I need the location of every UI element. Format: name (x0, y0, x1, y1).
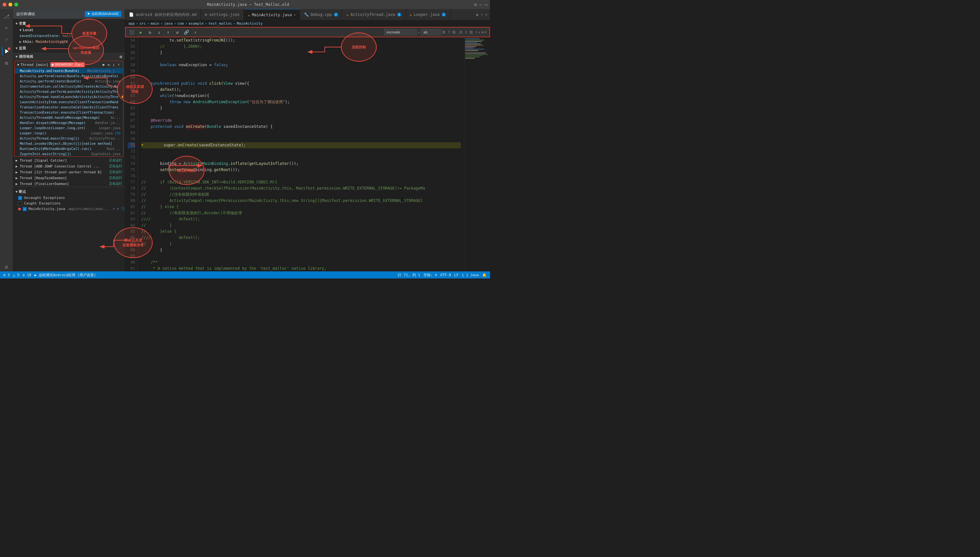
code-line-90: * A native method that is implemented by… (141, 265, 461, 271)
tab-looper[interactable]: ☕ Looper.java 1 (406, 9, 450, 20)
stack-frame-11[interactable]: Looper.loopOnce(Looper,long,int) Looper.… (15, 125, 123, 130)
maximize-button[interactable] (14, 3, 18, 7)
bp-mainactivity-checkbox[interactable] (23, 207, 27, 211)
debug-lightning-btn[interactable]: ⚡ (192, 29, 199, 36)
debug-launch-button[interactable]: ▶ 远程调试Android应 (85, 11, 121, 17)
code-content[interactable]: tv.setText(stringFromJNI()); // },2000);… (138, 37, 464, 271)
activity-extensions[interactable]: ⊞ (2, 59, 11, 67)
stack-frame-2[interactable]: Activity.performCreate(Bundle) Activity.… (15, 78, 123, 84)
breadcrumb-example[interactable]: example (189, 21, 204, 26)
debug-step-out-btn[interactable]: ↑ (165, 29, 172, 36)
tab-close-icon[interactable]: ✕ (294, 13, 296, 16)
delete-bp-icon[interactable]: ✕ (117, 207, 119, 211)
status-notifications[interactable]: 🔔 (482, 273, 487, 277)
bp-uncaught-checkbox[interactable] (18, 196, 22, 200)
breadcrumb-app[interactable]: app (128, 21, 135, 26)
tab-mainactivity[interactable]: ☕ MainActivity.java ✕ (244, 9, 300, 20)
close-panel-icon[interactable]: ✕ (485, 12, 488, 17)
stack-frame-12[interactable]: Looper.loop() Looper.java 288 (15, 130, 123, 136)
stack-frame-7[interactable]: TransactionExecutor.executeCallbacks(Cli… (15, 104, 123, 110)
stack-frame-13[interactable]: ActivityThread.main(String[]) ActivityTh… (15, 136, 123, 141)
stack-frame-14[interactable]: Method.invoke(Object,Object[])[native me… (15, 141, 123, 146)
stack-frame-4[interactable]: ActivityThread.performLaunchActivity(Act… (15, 89, 123, 94)
breadcrumb-com[interactable]: com (177, 21, 184, 26)
stack-frame-6[interactable]: LaunchActivityItem.execute(ClientTransac… (15, 99, 123, 104)
thread-signal-catcher[interactable]: ▶ Thread [Signal Catcher] 正在运行 (13, 158, 125, 163)
bp-caught-exceptions[interactable]: Caught Exceptions (13, 200, 125, 206)
watch-section-header[interactable]: ▼ 监视 (13, 45, 125, 52)
tab-activitythread[interactable]: ☕ ActivityThread.java 1 (342, 9, 406, 20)
thread-heap-task[interactable]: ▶ Thread [HeapTaskDaemon] 正在运行 (13, 175, 125, 181)
status-debug-session[interactable]: ▶ 远程调试Android应用 (用户设置) (34, 273, 96, 277)
status-language[interactable]: { } Java (462, 273, 479, 277)
breadcrumb-main[interactable]: main (151, 21, 160, 26)
status-encoding[interactable]: UTF-8 (440, 273, 451, 277)
close-button[interactable] (3, 3, 7, 7)
split-icon[interactable]: ⋯ (481, 12, 483, 17)
stack-frame-5[interactable]: ActivityThread.handleLaunchActivity(Acti… (15, 94, 123, 99)
status-indent[interactable]: 空格: 4 (424, 273, 437, 277)
bp-uncaught-exceptions[interactable]: Uncaught Exceptions (13, 195, 125, 200)
breadcrumb-mainactivity[interactable]: MainActivity (237, 21, 263, 26)
tab-debug-cpp[interactable]: 🔧 Debug.cpp 2 (300, 9, 342, 20)
thread-finalizer[interactable]: ▶ Thread [FinalizerDaemon] 正在运行 (13, 181, 125, 187)
stack-frame-0[interactable]: MainActivity.onCreate(Bundle) MainActivi… (15, 68, 123, 73)
stack-frame-3[interactable]: Instrumentation.callActivityOnCreate(Act… (15, 84, 123, 89)
breadcrumb-java[interactable]: java (164, 21, 173, 26)
debug-step-into-btn[interactable]: ↓ (155, 29, 163, 36)
collapse-icon[interactable]: ▭ (485, 2, 488, 7)
resume-thread-icon[interactable]: ▶ (102, 62, 106, 67)
status-info[interactable]: ⊙ 19 (23, 273, 31, 277)
status-cursor[interactable]: 行 71, 列 1 (398, 273, 420, 277)
tab-settings-icon: ⚙ (205, 12, 207, 17)
status-warnings[interactable]: △ 5 (13, 273, 20, 277)
search-prev-icon[interactable]: ↑ (475, 30, 478, 34)
activity-explorer[interactable]: ⎇ (2, 12, 11, 21)
debug-resume-btn[interactable]: ▶ (137, 29, 145, 36)
stack-frame-15[interactable]: RuntimeInit$MethodAndArgsCall.run() Runt… (15, 146, 123, 151)
step-over-thread-icon[interactable]: ↻ (107, 62, 111, 67)
call-stack-chevron[interactable]: ▼ (16, 55, 18, 59)
stack-frame-1[interactable]: Activity.performCreate(Bundle,Persistabl… (15, 73, 123, 78)
stack-frame-16[interactable]: ZygoteInit.main(String[]) ZygoteInit.jav… (15, 151, 123, 156)
split-editor-icon[interactable]: ⊞ (474, 2, 477, 7)
local-section-header[interactable]: ▼ Local (13, 27, 125, 33)
activity-source-control[interactable]: ⑂ (2, 35, 11, 44)
stack-frame-10[interactable]: Handler.dispatchMessage(Message) Handler… (15, 120, 123, 125)
status-errors[interactable]: ⚙ 3 (3, 273, 10, 277)
thread-adb-jdwp[interactable]: ▶ Thread [ADB-JDWP Connection Control ..… (13, 163, 125, 169)
step-into-thread-icon[interactable]: ↓ (112, 62, 116, 67)
more-actions-icon[interactable]: ⋯ (479, 2, 482, 7)
search-input[interactable] (384, 29, 417, 35)
search-next-icon[interactable]: ↓ (478, 30, 481, 34)
debug-restart-btn[interactable]: ↺ (174, 29, 181, 36)
bp-mainactivity[interactable]: MainActivity.java app/src/main/java/... … (13, 206, 125, 212)
this-section-header[interactable]: ▶ this: MainActivity@26 (13, 39, 125, 45)
breadcrumb-src[interactable]: src (140, 21, 146, 26)
debug-link-btn[interactable]: 🔗 (183, 29, 190, 36)
call-stack-expand-icon[interactable]: ⊞ (120, 55, 122, 59)
bp-caught-checkbox[interactable] (18, 202, 22, 205)
thread-main-header[interactable]: ▼ Thread [main] ■ BREAKPOINT 已暂停 ▶ ↻ ↓ ↑ (15, 61, 123, 68)
tab-memory-md[interactable]: 📄 android 如何分析应用的内存.md (125, 9, 201, 20)
activity-run-debug[interactable] (2, 47, 11, 56)
variables-section-header[interactable]: ▼ 变量 (13, 20, 125, 27)
breadcrumb-test_malloc[interactable]: test_malloc (209, 21, 232, 26)
search-expand-icon[interactable]: ≡ (481, 30, 484, 34)
activity-settings[interactable]: ⚙ (2, 262, 11, 271)
debug-breakpoints-btn[interactable]: ⬛ (128, 29, 135, 36)
edit-bp-icon[interactable]: ✎ (113, 207, 115, 211)
breakpoints-header[interactable]: ▼ 断点 (13, 188, 125, 195)
tab-settings[interactable]: ⚙ settings.json (201, 9, 243, 20)
debug-step-over-btn[interactable]: ↻ (147, 29, 153, 36)
activity-search[interactable]: ⌕ (2, 23, 11, 33)
status-line-ending[interactable]: LF (454, 273, 458, 277)
thread-jit[interactable]: ▶ Thread [Jit thread pool worker thread … (13, 169, 125, 175)
replace-input[interactable] (421, 29, 441, 35)
stack-frame-9[interactable]: ActivityThread$H.handleMessage(Message) … (15, 115, 123, 120)
stack-frame-8[interactable]: TransactionExecutor.execute(ClientTransa… (15, 110, 123, 115)
minimize-button[interactable] (8, 3, 12, 7)
step-out-thread-icon[interactable]: ↑ (117, 62, 121, 67)
run-icon[interactable]: ▶ (476, 12, 479, 17)
search-close-icon[interactable]: ✕ (484, 30, 487, 34)
